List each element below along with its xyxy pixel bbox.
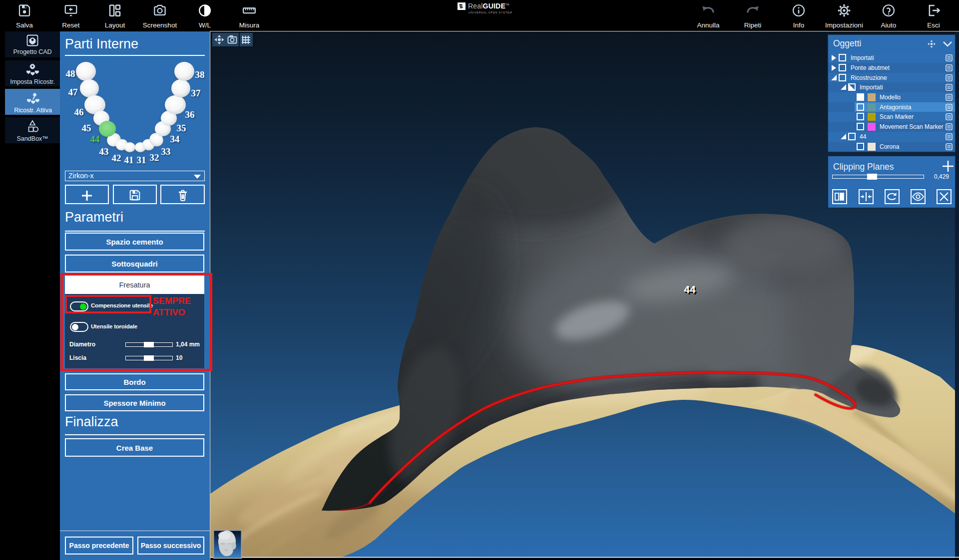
- svg-text:34: 34: [170, 134, 180, 144]
- svg-text:33: 33: [161, 146, 171, 157]
- svg-text:43: 43: [99, 146, 109, 157]
- svg-text:44: 44: [684, 283, 696, 295]
- svg-text:44: 44: [90, 134, 100, 144]
- svg-text:47: 47: [68, 87, 78, 97]
- svg-text:31: 31: [137, 155, 146, 165]
- svg-text:32: 32: [150, 152, 159, 163]
- svg-text:48: 48: [66, 68, 75, 79]
- svg-text:41: 41: [124, 155, 134, 165]
- svg-text:38: 38: [195, 69, 205, 80]
- svg-text:46: 46: [74, 107, 84, 117]
- svg-text:45: 45: [82, 123, 91, 133]
- svg-text:42: 42: [112, 153, 121, 163]
- svg-text:37: 37: [191, 88, 201, 98]
- svg-text:35: 35: [177, 123, 186, 133]
- svg-text:36: 36: [185, 109, 195, 120]
